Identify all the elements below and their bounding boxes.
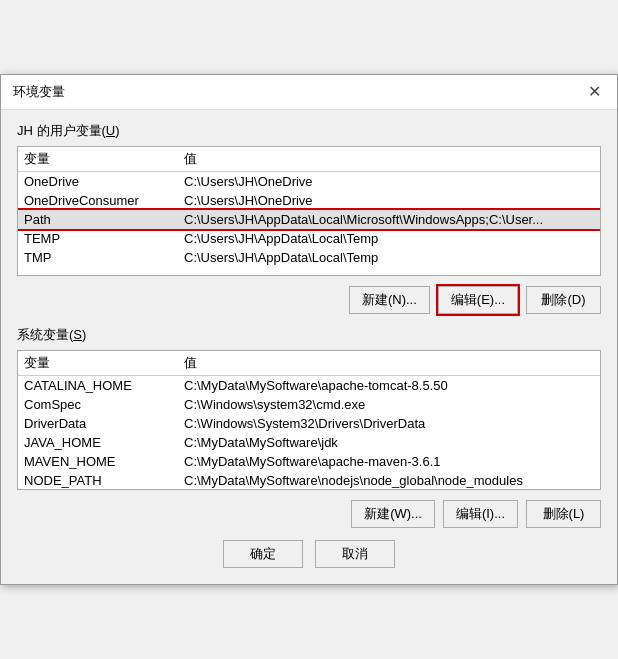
- table-row[interactable]: CATALINA_HOME C:\MyData\MySoftware\apach…: [18, 376, 600, 395]
- var-value: C:\Windows\System32\Drivers\DriverData: [184, 416, 594, 431]
- table-row[interactable]: MAVEN_HOME C:\MyData\MySoftware\apache-m…: [18, 452, 600, 471]
- var-name: Path: [24, 212, 184, 227]
- var-name: ComSpec: [24, 397, 184, 412]
- var-value: C:\Users\JH\OneDrive: [184, 193, 594, 208]
- sys-new-button[interactable]: 新建(W)...: [351, 500, 435, 528]
- var-value: C:\Users\JH\AppData\Local\Microsoft\Wind…: [184, 212, 594, 227]
- environment-variables-dialog: 环境变量 ✕ JH 的用户变量(U) 变量 值 OneDrive C:\User…: [0, 74, 618, 585]
- dialog-title: 环境变量: [13, 83, 65, 101]
- user-button-row: 新建(N)... 编辑(E)... 删除(D): [17, 286, 601, 314]
- cancel-button[interactable]: 取消: [315, 540, 395, 568]
- var-value: C:\MyData\MySoftware\apache-tomcat-8.5.5…: [184, 378, 594, 393]
- user-vars-table-wrapper: 变量 值 OneDrive C:\Users\JH\OneDrive OneDr…: [17, 146, 601, 276]
- table-row[interactable]: ComSpec C:\Windows\system32\cmd.exe: [18, 395, 600, 414]
- user-new-button[interactable]: 新建(N)...: [349, 286, 430, 314]
- sys-vars-table-wrapper: 变量 值 CATALINA_HOME C:\MyData\MySoftware\…: [17, 350, 601, 490]
- table-row-java-home[interactable]: JAVA_HOME C:\MyData\MySoftware\jdk: [18, 433, 600, 452]
- var-value: C:\Users\JH\AppData\Local\Temp: [184, 250, 594, 265]
- sys-table-header: 变量 值: [18, 351, 600, 376]
- var-name: OneDriveConsumer: [24, 193, 184, 208]
- sys-section-underline: S: [73, 327, 82, 342]
- user-table-header: 变量 值: [18, 147, 600, 172]
- var-value: C:\MyData\MySoftware\nodejs\node_global\…: [184, 473, 594, 488]
- var-name: JAVA_HOME: [24, 435, 184, 450]
- close-button[interactable]: ✕: [584, 84, 605, 100]
- var-value: C:\Windows\system32\cmd.exe: [184, 397, 594, 412]
- sys-edit-button[interactable]: 编辑(I)...: [443, 500, 518, 528]
- table-row[interactable]: TEMP C:\Users\JH\AppData\Local\Temp: [18, 229, 600, 248]
- var-name: TMP: [24, 250, 184, 265]
- user-section-underline: U: [106, 123, 115, 138]
- var-name: MAVEN_HOME: [24, 454, 184, 469]
- table-row[interactable]: DriverData C:\Windows\System32\Drivers\D…: [18, 414, 600, 433]
- sys-vars-table: 变量 值 CATALINA_HOME C:\MyData\MySoftware\…: [17, 350, 601, 490]
- dialog-body: JH 的用户变量(U) 变量 值 OneDrive C:\Users\JH\On…: [1, 110, 617, 584]
- sys-section-label: 系统变量(S): [17, 326, 601, 344]
- var-name: OneDrive: [24, 174, 184, 189]
- sys-header-val: 值: [184, 354, 594, 372]
- user-table-body: OneDrive C:\Users\JH\OneDrive OneDriveCo…: [18, 172, 600, 267]
- var-name: CATALINA_HOME: [24, 378, 184, 393]
- user-header-var: 变量: [24, 150, 184, 168]
- table-row-path[interactable]: Path C:\Users\JH\AppData\Local\Microsoft…: [18, 210, 600, 229]
- sys-header-var: 变量: [24, 354, 184, 372]
- ok-button[interactable]: 确定: [223, 540, 303, 568]
- user-vars-table: 变量 值 OneDrive C:\Users\JH\OneDrive OneDr…: [17, 146, 601, 276]
- var-value: C:\MyData\MySoftware\jdk: [184, 435, 594, 450]
- user-section-label: JH 的用户变量(U): [17, 122, 601, 140]
- user-edit-button[interactable]: 编辑(E)...: [438, 286, 518, 314]
- var-value: C:\Users\JH\AppData\Local\Temp: [184, 231, 594, 246]
- user-delete-button[interactable]: 删除(D): [526, 286, 601, 314]
- var-name: TEMP: [24, 231, 184, 246]
- sys-button-row: 新建(W)... 编辑(I)... 删除(L): [17, 500, 601, 528]
- table-row[interactable]: OneDriveConsumer C:\Users\JH\OneDrive: [18, 191, 600, 210]
- var-value: C:\MyData\MySoftware\apache-maven-3.6.1: [184, 454, 594, 469]
- user-header-val: 值: [184, 150, 594, 168]
- bottom-button-row: 确定 取消: [17, 540, 601, 568]
- var-value: C:\Users\JH\OneDrive: [184, 174, 594, 189]
- table-row[interactable]: OneDrive C:\Users\JH\OneDrive: [18, 172, 600, 191]
- var-name: NODE_PATH: [24, 473, 184, 488]
- title-bar: 环境变量 ✕: [1, 75, 617, 110]
- sys-delete-button[interactable]: 删除(L): [526, 500, 601, 528]
- var-name: DriverData: [24, 416, 184, 431]
- sys-table-body: CATALINA_HOME C:\MyData\MySoftware\apach…: [18, 376, 600, 490]
- table-row[interactable]: TMP C:\Users\JH\AppData\Local\Temp: [18, 248, 600, 267]
- table-row[interactable]: NODE_PATH C:\MyData\MySoftware\nodejs\no…: [18, 471, 600, 490]
